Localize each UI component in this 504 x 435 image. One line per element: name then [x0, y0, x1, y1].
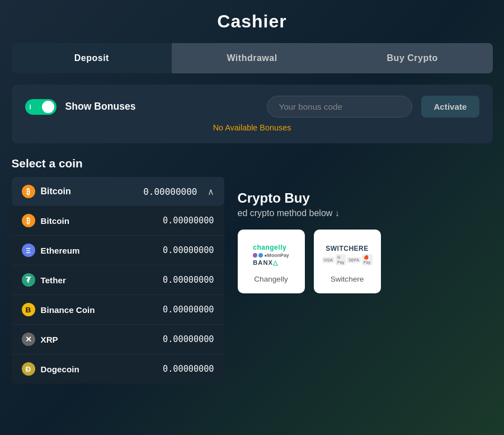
chevron-up-icon: ∧	[208, 186, 214, 197]
coin-item-balance: 0.00000000	[163, 334, 214, 344]
page-title: Cashier	[12, 11, 493, 32]
select-coin-label: Select a coin	[12, 157, 224, 170]
coin-item-name: Dogecoin	[41, 364, 79, 374]
list-item[interactable]: ✕ XRP 0.00000000	[12, 325, 224, 354]
list-item[interactable]: B Binance Coin 0.00000000	[12, 295, 224, 325]
switchere-label: Switchere	[331, 275, 364, 283]
list-item[interactable]: Ξ Ethereum 0.00000000	[12, 236, 224, 265]
toggle-text: I	[30, 104, 31, 110]
changelly-brand-name: changelly	[253, 244, 286, 251]
coin-item-name: Bitcoin	[41, 216, 69, 226]
crypto-buy-subtitle: ed crypto method below ↓	[238, 208, 493, 218]
coin-dropdown-trigger[interactable]: ₿ Bitcoin 0.00000000 ∧	[12, 177, 224, 206]
activate-button[interactable]: Activate	[421, 96, 479, 118]
toggle-knob	[42, 101, 54, 113]
dot-purple	[253, 253, 257, 258]
coin-item-balance: 0.00000000	[163, 305, 214, 315]
coin-icon-eth: Ξ	[22, 244, 35, 257]
coin-icon-bnb: B	[22, 303, 35, 316]
moonpay-text: ●MoonPay	[264, 252, 289, 258]
coin-item-balance: 0.00000000	[163, 216, 214, 226]
coin-item-balance: 0.00000000	[163, 364, 214, 374]
cashier-container: Cashier Deposit Withdrawal Buy Crypto I …	[12, 11, 493, 424]
dot-blue	[258, 253, 263, 258]
right-column: Crypto Buy ed crypto method below ↓ chan…	[238, 157, 493, 293]
coin-icon-btc: ₿	[22, 214, 35, 227]
switchere-icons-row: VISA G Pay SEPA 🍎Pay	[322, 254, 373, 265]
applepay-icon: 🍎Pay	[362, 254, 373, 265]
sepa-icon: SEPA	[347, 257, 361, 263]
switchere-logo-area: SWITCHERE VISA G Pay SEPA 🍎Pay	[322, 240, 373, 270]
coin-item-balance: 0.00000000	[163, 245, 214, 255]
providers-row: changelly ●MoonPay BANX△ Changelly	[238, 230, 493, 293]
tab-buy-crypto[interactable]: Buy Crypto	[332, 43, 493, 73]
tab-withdrawal[interactable]: Withdrawal	[172, 43, 332, 73]
show-bonuses-label: Show Bonuses	[65, 101, 136, 113]
switchere-brand-name: SWITCHERE	[326, 245, 369, 252]
changelly-logo-area: changelly ●MoonPay BANX△	[246, 240, 296, 270]
changelly-label: Changelly	[254, 275, 288, 283]
bonus-section: I Show Bonuses Activate No Available Bon…	[12, 85, 493, 143]
list-item[interactable]: Ð Dogecoin 0.00000000	[12, 354, 224, 383]
changelly-logo: changelly ●MoonPay BANX△	[253, 244, 289, 266]
coin-item-name: Binance Coin	[41, 305, 95, 315]
coin-icon-doge: Ð	[22, 362, 35, 376]
select-coin-section: Select a coin ₿ Bitcoin 0.00000000 ∧ ₿ B…	[12, 157, 224, 383]
tabs-row: Deposit Withdrawal Buy Crypto	[12, 43, 493, 73]
gpay-icon: G Pay	[336, 254, 346, 265]
bonus-code-input[interactable]	[267, 96, 412, 118]
main-content: Select a coin ₿ Bitcoin 0.00000000 ∧ ₿ B…	[12, 157, 493, 392]
selected-coin-icon: ₿	[22, 185, 35, 198]
tab-deposit[interactable]: Deposit	[12, 43, 172, 73]
bonus-top-row: I Show Bonuses Activate	[25, 96, 479, 118]
provider-card-switchere[interactable]: SWITCHERE VISA G Pay SEPA 🍎Pay Switchere	[314, 230, 381, 293]
coin-item-name: XRP	[41, 335, 58, 344]
left-column: Select a coin ₿ Bitcoin 0.00000000 ∧ ₿ B…	[12, 157, 224, 392]
provider-card-changelly[interactable]: changelly ●MoonPay BANX△ Changelly	[238, 230, 305, 293]
coin-icon-xrp: ✕	[22, 333, 35, 346]
list-item[interactable]: ₿ Bitcoin 0.00000000	[12, 206, 224, 236]
coin-icon-tether: ₮	[22, 273, 35, 287]
switchere-logo: SWITCHERE VISA G Pay SEPA 🍎Pay	[322, 245, 373, 265]
list-item[interactable]: ₮ Tether 0.00000000	[12, 265, 224, 295]
banx-text: BANX△	[253, 259, 278, 266]
crypto-buy-title: Crypto Buy	[238, 190, 493, 206]
changelly-dots: ●MoonPay	[253, 252, 289, 258]
coin-item-balance: 0.00000000	[163, 275, 214, 285]
selected-coin-balance: 0.00000000	[143, 186, 197, 197]
toggle-bg: I	[25, 99, 56, 115]
no-bonuses-text: No Available Bonuses	[25, 123, 479, 132]
coin-item-name: Ethereum	[41, 246, 80, 255]
coin-item-name: Tether	[41, 275, 66, 285]
show-bonuses-toggle[interactable]: I	[25, 99, 56, 115]
crypto-buy-header: Crypto Buy ed crypto method below ↓	[238, 190, 493, 218]
visa-icon: VISA	[322, 257, 335, 263]
coin-dropdown-list: ₿ Bitcoin 0.00000000 Ξ Ethereum 0.000000…	[12, 206, 224, 383]
selected-coin-name: Bitcoin	[41, 186, 71, 197]
banx-delta: △	[273, 259, 278, 266]
